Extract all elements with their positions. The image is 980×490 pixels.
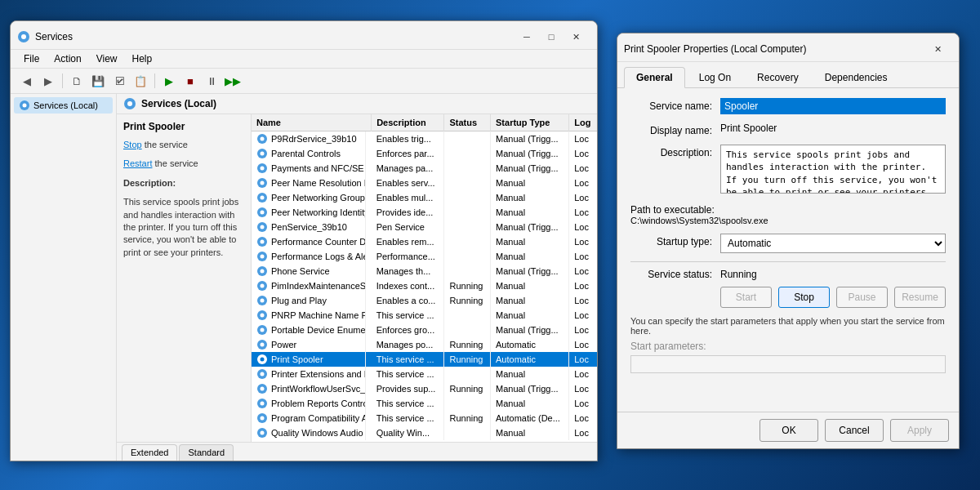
toolbar-back[interactable]: ◀ [17,71,37,91]
cell-startup: Manual (Trigg... [491,146,569,161]
col-desc[interactable]: Description [372,114,444,131]
tab-recovery[interactable]: Recovery [745,67,811,87]
minimize-button[interactable]: ─ [515,28,538,46]
startup-type-label: Startup type: [630,234,720,247]
cell-desc: This service ... [372,396,444,411]
cell-startup: Manual [491,278,569,293]
toolbar-forward[interactable]: ▶ [38,71,58,91]
table-row[interactable]: Printer Extensions and Notifi...This ser… [252,367,597,381]
table-row[interactable]: Phone ServiceManages th...Manual (Trigg.… [252,264,597,278]
toolbar-start[interactable]: ▶ [159,71,179,91]
cell-log: Loc [569,337,597,352]
col-log[interactable]: Log [569,114,597,131]
props-close-button[interactable]: ✕ [926,40,949,58]
stop-link[interactable]: Stop [123,140,142,149]
cell-log: Loc [569,234,597,249]
cancel-button[interactable]: Cancel [825,419,884,442]
table-row[interactable]: PimIndexMaintenanceSvc_3...Indexes cont.… [252,278,597,293]
status-label: Service status: [630,269,720,280]
svg-point-1 [21,34,26,39]
table-row[interactable]: Program Compatibility Assi...This servic… [252,411,597,425]
table-row[interactable]: Peer Networking Identity M...Provides id… [252,205,597,220]
table-row[interactable]: Print SpoolerThis service ...RunningAuto… [252,352,597,367]
table-row[interactable]: Parental ControlsEnforces par...Manual (… [252,146,597,161]
toolbar-pause[interactable]: ⏸ [202,71,221,91]
table-row[interactable]: Performance Counter DLL H...Enables rem.… [252,234,597,249]
restart-link-text: the service [155,158,198,168]
toolbar-new[interactable]: 🗋 [67,71,87,91]
startup-type-select[interactable]: Automatic Automatic (Delayed Start) Manu… [720,234,946,253]
restart-link[interactable]: Restart [123,158,152,168]
tab-standard[interactable]: Standard [179,444,234,461]
sidebar-item-label: Services (Local) [33,100,98,110]
sidebar-item-services-local[interactable]: Services (Local) [14,97,113,114]
path-label: Path to executable: [630,204,946,216]
table-row[interactable]: PrintWorkflowUserSvc_39b10Provides sup..… [252,381,597,396]
col-name[interactable]: Name [252,114,372,131]
divider [630,261,946,262]
display-name-value-container: Print Spooler [720,122,946,134]
maximize-button[interactable]: □ [540,28,563,46]
path-row: Path to executable: C:\windows\System32\… [630,204,946,225]
table-container[interactable]: Name Description Status Startup Type Log… [252,114,597,442]
menu-help[interactable]: Help [126,51,159,66]
cell-startup: Manual [491,205,569,220]
resume-service-button[interactable]: Resume [894,287,946,308]
tab-dependencies[interactable]: Dependencies [813,67,900,87]
toolbar-sep-1 [62,74,63,88]
stop-service-button[interactable]: Stop [778,287,830,308]
table-row[interactable]: Quality Windows Audio Vid...Quality Win.… [252,425,597,440]
close-button[interactable]: ✕ [564,28,587,46]
toolbar-export[interactable]: 📋 [131,71,150,91]
cell-status [444,367,491,381]
description-textarea[interactable] [720,145,946,194]
toolbar-sep-2 [154,74,155,88]
start-params-input[interactable] [630,355,946,373]
services-table: Name Description Status Startup Type Log… [252,114,597,440]
stop-link-text: the service [145,140,188,149]
table-row[interactable]: P9RdrService_39b10Enables trig...Manual … [252,131,597,147]
svg-point-35 [261,343,265,347]
menu-action[interactable]: Action [47,51,87,66]
table-row[interactable]: Peer Name Resolution Proto...Enables ser… [252,176,597,190]
path-value: C:\windows\System32\spoolsv.exe [630,216,946,225]
table-row[interactable]: Payments and NFC/SE Mana...Manages pa...… [252,161,597,176]
cell-startup: Manual [491,249,569,264]
services-local-icon [19,100,30,111]
cell-startup: Manual [491,425,569,440]
table-row[interactable]: Peer Networking GroupingEnables mul...Ma… [252,190,597,205]
ok-button[interactable]: OK [760,419,818,442]
cell-status: Running [444,337,491,352]
table-row[interactable]: PNRP Machine Name Publi...This service .… [252,308,597,323]
pause-service-button[interactable]: Pause [836,287,888,308]
menu-view[interactable]: View [90,51,124,66]
cell-log: Loc [569,293,597,308]
start-service-button[interactable]: Start [720,287,772,308]
toolbar-save[interactable]: 💾 [88,71,108,91]
col-status[interactable]: Status [444,114,491,131]
main-panel: Services (Local) Print Spooler Stop the … [117,94,597,461]
table-row[interactable]: Plug and PlayEnables a co...RunningManua… [252,293,597,308]
cell-name: Peer Name Resolution Proto... [252,176,366,190]
cell-status [444,323,491,337]
table-row[interactable]: PenService_39b10Pen ServiceManual (Trigg… [252,220,597,234]
table-row[interactable]: Portable Device Enumerator ...Enforces g… [252,323,597,337]
toolbar-stop[interactable]: ■ [180,71,200,91]
table-row[interactable]: Problem Reports Control Pa...This servic… [252,396,597,411]
tab-general[interactable]: General [624,67,685,88]
tab-extended[interactable]: Extended [122,444,177,461]
cell-status [444,176,491,190]
apply-button[interactable]: Apply [890,419,949,442]
toolbar-refresh[interactable]: 🗹 [109,71,129,91]
table-row[interactable]: Performance Logs & AlertsPerformance...M… [252,249,597,264]
cell-startup: Automatic [491,337,569,352]
cell-startup: Manual (Trigg... [491,381,569,396]
cell-desc: This service ... [372,308,444,323]
menu-file[interactable]: File [17,51,46,66]
toolbar-restart[interactable]: ▶▶ [223,71,243,91]
cell-log: Loc [569,161,597,176]
service-name-input[interactable] [720,98,946,114]
col-startup[interactable]: Startup Type [491,114,569,131]
table-row[interactable]: PowerManages po...RunningAutomaticLoc [252,337,597,352]
tab-logon[interactable]: Log On [687,67,743,87]
